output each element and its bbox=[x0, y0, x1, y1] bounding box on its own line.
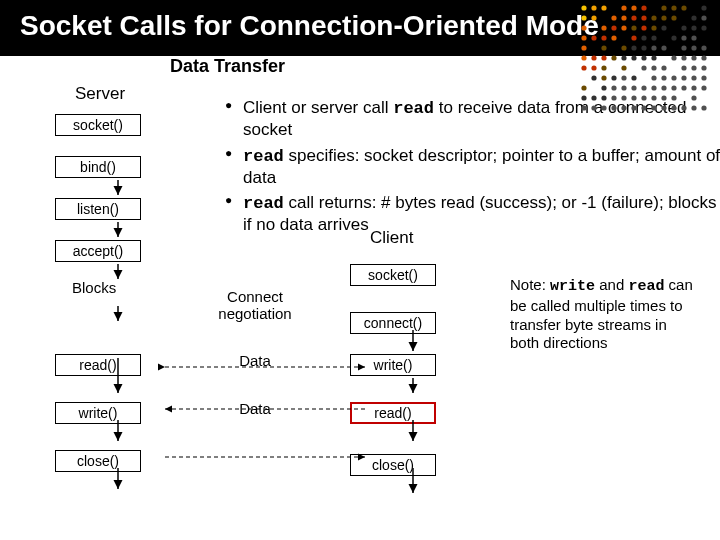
svg-point-112 bbox=[621, 105, 626, 110]
svg-point-22 bbox=[601, 25, 606, 30]
keyword-read: read bbox=[243, 194, 284, 213]
svg-point-87 bbox=[611, 85, 616, 90]
svg-point-102 bbox=[631, 95, 636, 100]
svg-point-1 bbox=[591, 5, 596, 10]
svg-point-83 bbox=[691, 75, 696, 80]
svg-point-42 bbox=[581, 45, 586, 50]
svg-point-20 bbox=[701, 15, 706, 20]
client-write-box: write() bbox=[350, 354, 436, 376]
svg-point-66 bbox=[601, 65, 606, 70]
svg-point-111 bbox=[611, 105, 616, 110]
svg-point-17 bbox=[661, 15, 666, 20]
svg-point-107 bbox=[691, 95, 696, 100]
svg-point-63 bbox=[701, 55, 706, 60]
svg-point-5 bbox=[641, 5, 646, 10]
svg-point-26 bbox=[641, 25, 646, 30]
svg-point-47 bbox=[651, 45, 656, 50]
svg-point-9 bbox=[701, 5, 706, 10]
server-label: Server bbox=[75, 84, 125, 104]
client-connect-box: connect() bbox=[350, 312, 436, 334]
svg-point-69 bbox=[651, 65, 656, 70]
svg-point-11 bbox=[591, 15, 596, 20]
blocks-label: Blocks bbox=[72, 279, 116, 296]
section-heading: Data Transfer bbox=[170, 56, 285, 77]
svg-point-46 bbox=[641, 45, 646, 50]
svg-point-92 bbox=[661, 85, 666, 90]
svg-point-10 bbox=[581, 15, 586, 20]
keyword-read: read bbox=[243, 147, 284, 166]
server-write-box: write() bbox=[55, 402, 141, 424]
svg-point-6 bbox=[661, 5, 666, 10]
svg-point-54 bbox=[601, 55, 606, 60]
svg-point-4 bbox=[631, 5, 636, 10]
svg-point-45 bbox=[631, 45, 636, 50]
svg-point-43 bbox=[601, 45, 606, 50]
svg-point-61 bbox=[681, 55, 686, 60]
svg-point-44 bbox=[621, 45, 626, 50]
svg-point-96 bbox=[701, 85, 706, 90]
svg-point-65 bbox=[591, 65, 596, 70]
svg-point-12 bbox=[611, 15, 616, 20]
svg-point-72 bbox=[691, 65, 696, 70]
svg-point-58 bbox=[641, 55, 646, 60]
svg-point-103 bbox=[641, 95, 646, 100]
svg-point-70 bbox=[661, 65, 666, 70]
svg-point-114 bbox=[641, 105, 646, 110]
svg-point-34 bbox=[601, 35, 606, 40]
svg-point-76 bbox=[611, 75, 616, 80]
svg-point-25 bbox=[631, 25, 636, 30]
svg-point-49 bbox=[681, 45, 686, 50]
svg-point-84 bbox=[701, 75, 706, 80]
svg-point-51 bbox=[701, 45, 706, 50]
svg-point-93 bbox=[671, 85, 676, 90]
client-label: Client bbox=[370, 228, 413, 248]
server-read-box: read() bbox=[55, 354, 141, 376]
svg-point-28 bbox=[661, 25, 666, 30]
server-close-box: close() bbox=[55, 450, 141, 472]
svg-point-33 bbox=[591, 35, 596, 40]
bullet-3: read call returns: # bytes read (success… bbox=[225, 192, 720, 236]
svg-point-64 bbox=[581, 65, 586, 70]
svg-point-16 bbox=[651, 15, 656, 20]
svg-point-14 bbox=[631, 15, 636, 20]
svg-point-50 bbox=[691, 45, 696, 50]
svg-point-48 bbox=[661, 45, 666, 50]
svg-point-32 bbox=[581, 35, 586, 40]
svg-point-59 bbox=[651, 55, 656, 60]
svg-point-74 bbox=[591, 75, 596, 80]
svg-point-56 bbox=[621, 55, 626, 60]
svg-point-86 bbox=[601, 85, 606, 90]
svg-point-39 bbox=[671, 35, 676, 40]
svg-point-67 bbox=[621, 65, 626, 70]
svg-point-41 bbox=[691, 35, 696, 40]
svg-point-104 bbox=[651, 95, 656, 100]
svg-point-77 bbox=[621, 75, 626, 80]
server-bind-box: bind() bbox=[55, 156, 141, 178]
svg-point-15 bbox=[641, 15, 646, 20]
svg-point-27 bbox=[651, 25, 656, 30]
svg-point-120 bbox=[701, 105, 706, 110]
svg-point-89 bbox=[631, 85, 636, 90]
svg-point-94 bbox=[681, 85, 686, 90]
svg-point-91 bbox=[651, 85, 656, 90]
svg-point-38 bbox=[651, 35, 656, 40]
svg-point-116 bbox=[661, 105, 666, 110]
svg-point-40 bbox=[681, 35, 686, 40]
decorative-dot-grid bbox=[580, 4, 710, 114]
svg-point-106 bbox=[671, 95, 676, 100]
svg-point-57 bbox=[631, 55, 636, 60]
svg-point-75 bbox=[601, 75, 606, 80]
svg-point-85 bbox=[581, 85, 586, 90]
svg-point-80 bbox=[661, 75, 666, 80]
svg-point-118 bbox=[681, 105, 686, 110]
svg-point-19 bbox=[691, 15, 696, 20]
svg-point-78 bbox=[631, 75, 636, 80]
svg-point-24 bbox=[621, 25, 626, 30]
svg-point-119 bbox=[691, 105, 696, 110]
svg-point-68 bbox=[641, 65, 646, 70]
keyword-read: read bbox=[393, 99, 434, 118]
svg-point-95 bbox=[691, 85, 696, 90]
bullet-list: Client or server call read to receive da… bbox=[185, 97, 720, 240]
client-read-box: read() bbox=[350, 402, 436, 424]
svg-point-18 bbox=[671, 15, 676, 20]
